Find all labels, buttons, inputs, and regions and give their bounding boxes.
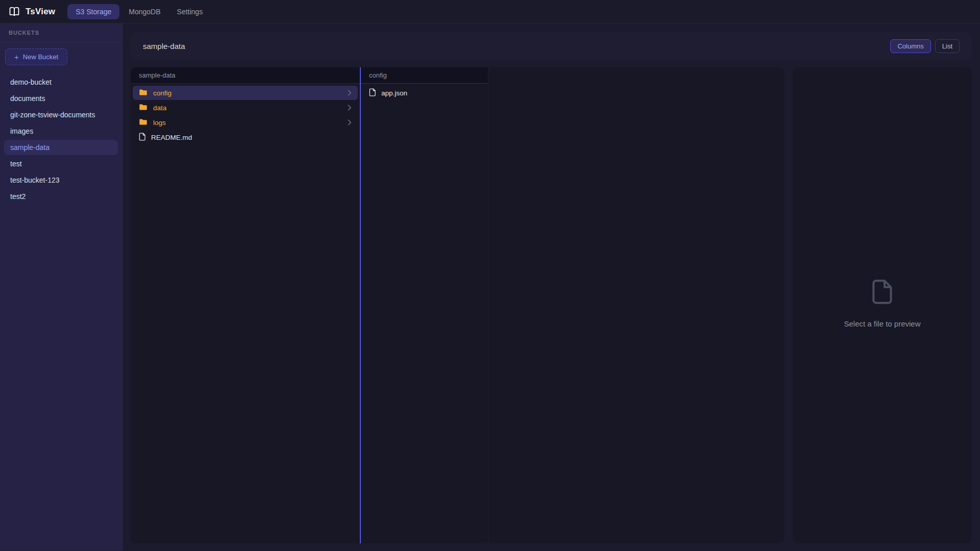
sidebar-item-documents[interactable]: documents — [4, 91, 118, 106]
column-header: config — [361, 67, 488, 84]
folder-icon — [139, 118, 148, 127]
open-book-icon — [8, 6, 20, 17]
chevron-right-icon — [348, 90, 352, 96]
item-name: app.json — [381, 89, 407, 97]
file-row-app-json[interactable]: app.json — [363, 86, 486, 100]
nav-tabs: S3 Storage MongoDB Settings — [65, 4, 210, 19]
browser-column-config: config app.json — [361, 67, 488, 543]
columns-view-button[interactable]: Columns — [890, 39, 930, 53]
sidebar: BUCKETS + New Bucket demo-bucket documen… — [0, 23, 122, 550]
item-name: config — [153, 89, 172, 97]
new-bucket-button[interactable]: + New Bucket — [5, 48, 67, 65]
file-row-readme[interactable]: README.md — [133, 130, 358, 144]
item-name: logs — [153, 119, 166, 127]
sidebar-item-test[interactable]: test — [4, 156, 118, 171]
nav-tab-mongodb[interactable]: MongoDB — [121, 4, 167, 19]
main-area: sample-data Columns List sample-data c — [122, 23, 980, 550]
sidebar-item-test2[interactable]: test2 — [4, 189, 118, 204]
page-title: sample-data — [143, 42, 185, 51]
nav-tab-s3-storage[interactable]: S3 Storage — [67, 4, 119, 19]
folder-row-data[interactable]: data — [133, 101, 358, 115]
folder-row-logs[interactable]: logs — [133, 115, 358, 130]
preview-panel: Select a file to preview — [793, 67, 972, 543]
sidebar-item-test-bucket-123[interactable]: test-bucket-123 — [4, 172, 118, 188]
app-brand: TsView — [8, 6, 55, 17]
plus-icon: + — [14, 53, 19, 61]
browser-empty-space — [488, 67, 785, 543]
new-bucket-label: New Bucket — [23, 53, 58, 61]
folder-icon — [139, 104, 148, 112]
buckets-section-label: BUCKETS — [9, 30, 39, 36]
list-view-button[interactable]: List — [935, 39, 960, 53]
bucket-list: demo-bucket documents git-zone-tsview-do… — [4, 74, 118, 204]
top-nav: TsView S3 Storage MongoDB Settings — [0, 0, 980, 23]
item-name: data — [153, 104, 166, 112]
preview-empty-state: Select a file to preview — [844, 279, 920, 328]
sidebar-item-git-zone-tsview-documents[interactable]: git-zone-tsview-documents — [4, 107, 118, 122]
sidebar-item-images[interactable]: images — [4, 123, 118, 139]
preview-placeholder-text: Select a file to preview — [844, 319, 920, 328]
chevron-right-icon — [348, 105, 352, 111]
folder-row-config[interactable]: config — [133, 86, 358, 100]
file-icon — [369, 88, 376, 98]
sidebar-section-header: BUCKETS — [0, 23, 122, 42]
nav-tab-settings[interactable]: Settings — [170, 4, 210, 19]
file-browser-panel: sample-data config — [131, 67, 785, 543]
content: sample-data config — [131, 67, 972, 543]
item-name: README.md — [151, 134, 192, 141]
app-shell: BUCKETS + New Bucket demo-bucket documen… — [0, 23, 980, 550]
column-header: sample-data — [131, 67, 360, 84]
column-rows: config data — [131, 84, 360, 147]
browser-column-sample-data: sample-data config — [131, 67, 361, 543]
chevron-right-icon — [348, 119, 352, 126]
file-icon — [139, 133, 145, 142]
column-rows: app.json — [361, 84, 488, 103]
sidebar-item-sample-data[interactable]: sample-data — [4, 140, 118, 155]
folder-icon — [139, 89, 148, 97]
page-header: sample-data Columns List — [131, 32, 972, 60]
file-icon — [872, 279, 892, 306]
view-toggle: Columns List — [890, 39, 960, 53]
sidebar-body: + New Bucket demo-bucket documents git-z… — [0, 42, 122, 211]
app-title: TsView — [26, 7, 55, 17]
sidebar-item-demo-bucket[interactable]: demo-bucket — [4, 74, 118, 90]
